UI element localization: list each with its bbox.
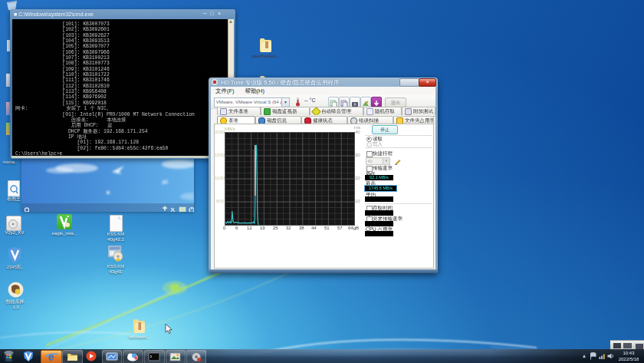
svg-text:e: e	[48, 351, 54, 363]
